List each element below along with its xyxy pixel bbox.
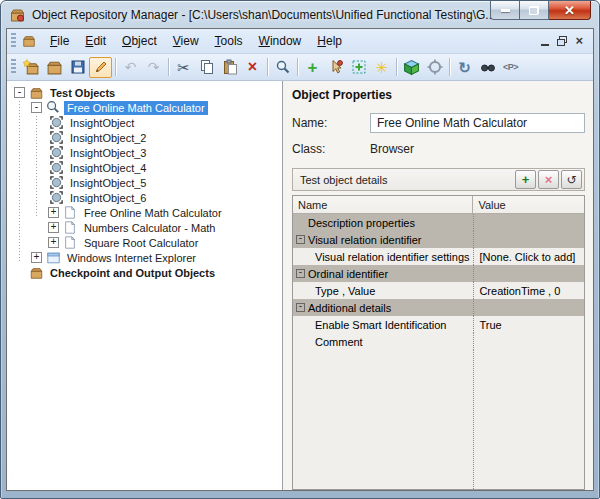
column-header-value[interactable]: Value [473,196,584,213]
table-header-row[interactable]: Name Value [293,196,584,214]
menu-object[interactable]: Object [114,31,165,51]
mdi-restore-icon[interactable] [557,36,567,46]
tree-expander[interactable]: + [48,207,59,218]
tree-item-checkpoint-objects[interactable]: Checkpoint and Output Objects [7,265,282,280]
tree-item-label: InsightObject_2 [67,131,149,145]
tree-guide-line [36,116,37,217]
tree-expander[interactable]: + [48,237,59,248]
table-row-additional-details[interactable]: -Additional details [293,299,584,316]
menu-edit[interactable]: Edit [77,31,114,51]
object-cube-icon[interactable] [400,57,423,78]
row-value[interactable]: True [473,316,584,333]
menu-window[interactable]: Window [251,31,310,51]
tree-item-insight-object[interactable]: InsightObject_6 [7,190,282,205]
toolbar-grip[interactable] [11,59,16,75]
insight-object-icon [48,130,64,146]
menu-help[interactable]: Help [309,31,350,51]
new-repository-icon[interactable] [20,57,43,78]
menu-view[interactable]: View [165,31,207,51]
row-value[interactable] [473,299,584,316]
cut-icon[interactable]: ✂ [172,57,195,78]
tree-item-page[interactable]: + Numbers Calculator - Math [7,220,282,235]
title-bar[interactable]: Object Repository Manager - [C:\Users\sh… [1,1,599,28]
delete-icon[interactable]: × [241,57,264,78]
mdi-minimize-icon[interactable] [541,44,549,46]
tree-item-page[interactable]: + Free Online Math Calculator [7,205,282,220]
page-icon [62,220,78,236]
tree-item-label: Test Objects [47,86,118,100]
menu-tools[interactable]: Tools [207,31,251,51]
redo-icon[interactable]: ↷ [142,57,165,78]
tree-item-internet-explorer[interactable]: + Windows Internet Explorer [7,250,282,265]
add-objects-icon[interactable]: + [301,57,324,78]
table-row-description-properties[interactable]: Description properties [293,214,584,231]
tree-expander[interactable]: - [14,87,25,98]
row-value[interactable]: CreationTime , 0 [473,282,584,299]
row-name: Enable Smart Identification [315,319,446,331]
app-icon [9,7,26,23]
repository-folder-icon [28,265,44,281]
row-value[interactable] [473,265,584,282]
define-new-test-object-icon[interactable] [347,57,370,78]
table-row-ordinal-identifier[interactable]: -Ordinal identifier [293,265,584,282]
minimize-button[interactable] [490,1,520,20]
table-row-visual-relation-identifier[interactable]: -Visual relation identifier [293,231,584,248]
page-icon [62,205,78,221]
update-from-application-icon[interactable]: ↻ [453,57,476,78]
edit-pencil-icon[interactable] [89,57,112,78]
name-input[interactable] [370,113,585,133]
tree-item-insight-object[interactable]: InsightObject_4 [7,160,282,175]
panel-title: Object Properties [292,88,585,102]
insight-object-icon[interactable]: ✳ [370,57,393,78]
tree-item-insight-object[interactable]: InsightObject [7,115,282,130]
row-value[interactable] [473,333,584,350]
parameter-icon[interactable]: <P> [499,57,522,78]
delete-property-button[interactable]: × [538,170,559,189]
tree-expander[interactable]: - [31,102,42,113]
tree-item-insight-object[interactable]: InsightObject_5 [7,175,282,190]
tree-item-test-objects[interactable]: - Test Objects [7,85,282,100]
row-expander[interactable] [296,218,305,227]
open-repository-icon[interactable] [43,57,66,78]
table-row-smart-identification[interactable]: Enable Smart Identification True [293,316,584,333]
row-value[interactable] [473,214,584,231]
tree-item-browser[interactable]: - Free Online Math Calculator [7,100,282,115]
details-table: Name Value Description properties -Visua… [292,195,585,490]
tree-item-label: InsightObject_5 [67,176,149,190]
mdi-close-icon[interactable]: × [575,36,583,46]
row-value[interactable]: [None. Click to add] [473,248,584,265]
tree-expander[interactable] [14,267,25,278]
menubar-grip[interactable] [11,33,16,49]
row-value[interactable] [473,231,584,248]
locate-icon[interactable] [423,57,446,78]
find-icon[interactable] [271,57,294,78]
row-expander[interactable]: - [296,269,305,278]
copy-icon[interactable] [195,57,218,78]
save-icon[interactable] [66,57,89,78]
column-header-name[interactable]: Name [293,196,473,213]
undo-icon[interactable]: ↶ [119,57,142,78]
menu-bar: File Edit Object View Tools Window Help … [7,29,593,54]
spy-icon[interactable] [476,57,499,78]
tree-expander[interactable]: + [48,222,59,233]
restore-defaults-button[interactable]: ↺ [561,170,582,189]
tree-item-insight-object[interactable]: InsightObject_3 [7,145,282,160]
table-row-type-value[interactable]: Type , Value CreationTime , 0 [293,282,584,299]
table-row-comment[interactable]: Comment [293,333,584,350]
paste-icon[interactable] [218,57,241,78]
menu-file[interactable]: File [42,31,77,51]
restore-button[interactable] [520,1,549,20]
object-properties-panel: Object Properties Name: Class: Browser T… [283,81,593,490]
tree-item-insight-object[interactable]: InsightObject_2 [7,130,282,145]
table-row-vri-settings[interactable]: Visual relation identifier settings [Non… [293,248,584,265]
row-name: Comment [315,336,363,348]
tree-item-label: InsightObject_4 [67,161,149,175]
tree-item-page[interactable]: + Square Root Calculator [7,235,282,250]
repository-menu-icon [21,34,37,48]
row-expander[interactable]: - [296,235,305,244]
add-property-button[interactable]: + [515,170,536,189]
row-expander[interactable]: - [296,303,305,312]
add-object-pointer-icon[interactable] [324,57,347,78]
close-button[interactable]: ✕ [549,1,591,20]
tree-expander[interactable]: + [31,252,42,263]
